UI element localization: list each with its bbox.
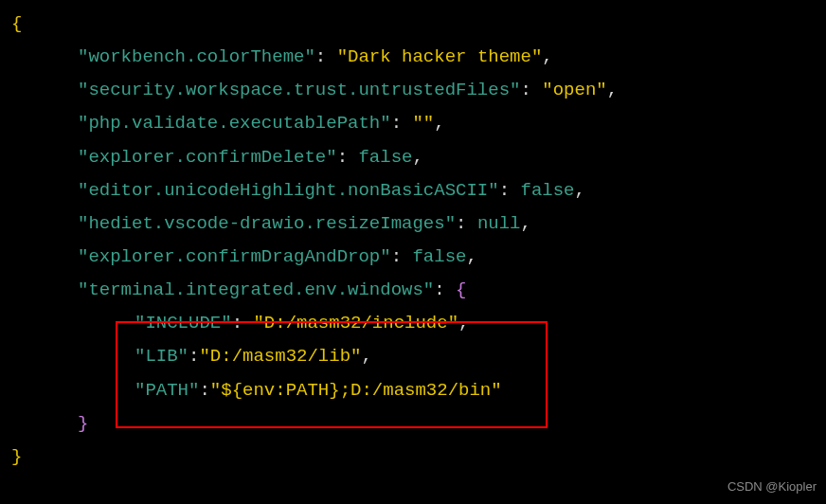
colon: : — [232, 313, 254, 333]
code-line: "security.workspace.trust.untrustedFiles… — [11, 74, 815, 107]
code-block: {"workbench.colorTheme": "Dark hacker th… — [0, 0, 826, 481]
colon: : — [499, 180, 521, 201]
json-value: "${env:PATH};D:/masm32/bin" — [210, 380, 502, 401]
comma: , — [575, 180, 585, 201]
json-key: "INCLUDE" — [135, 313, 232, 333]
code-line: "workbench.colorTheme": "Dark hacker the… — [11, 41, 815, 74]
code-line: "hediet.vscode-drawio.resizeImages": nul… — [11, 207, 815, 241]
code-line: { — [11, 8, 815, 41]
code-line: "explorer.confirmDragAndDrop": false, — [11, 241, 815, 274]
comma: , — [458, 313, 469, 333]
json-key: "hediet.vscode-drawio.resizeImages" — [78, 213, 456, 234]
colon: : — [315, 46, 337, 67]
json-value: "D:/masm32/lib" — [199, 346, 361, 367]
brace-open-inner: { — [456, 279, 466, 300]
json-value: "" — [412, 113, 434, 134]
comma: , — [434, 113, 444, 134]
json-key: "editor.unicodeHighlight.nonBasicASCII" — [78, 180, 499, 201]
colon: : — [189, 346, 199, 367]
json-key: "workbench.colorTheme" — [78, 46, 315, 67]
colon: : — [456, 213, 477, 234]
colon: : — [199, 380, 209, 401]
json-value: false — [521, 180, 575, 201]
json-key: "terminal.integrated.env.windows" — [78, 279, 434, 300]
json-key: "security.workspace.trust.untrustedFiles… — [78, 80, 520, 100]
colon: : — [434, 279, 456, 300]
code-line: "PATH":"${env:PATH};D:/masm32/bin" — [11, 374, 815, 407]
comma: , — [542, 46, 552, 67]
json-value: "open" — [542, 80, 606, 100]
code-line: "explorer.confirmDelete": false, — [11, 141, 815, 174]
code-line: } — [11, 441, 815, 474]
json-value: null — [477, 213, 521, 234]
json-value: "Dark hacker theme" — [337, 46, 543, 67]
brace-open: { — [11, 13, 22, 34]
brace-close-inner: } — [78, 413, 88, 434]
json-key: "php.validate.executablePath" — [78, 113, 391, 134]
comma: , — [521, 213, 531, 234]
comma: , — [607, 80, 618, 100]
brace-close: } — [11, 446, 22, 467]
watermark: CSDN @Kiopler — [727, 476, 817, 498]
code-line: "editor.unicodeHighlight.nonBasicASCII":… — [11, 174, 815, 207]
json-key: "LIB" — [135, 346, 189, 367]
colon: : — [391, 113, 413, 134]
comma: , — [361, 346, 371, 367]
comma: , — [466, 246, 476, 267]
json-key: "PATH" — [135, 380, 199, 401]
json-value: "D:/masm32/include" — [253, 313, 458, 333]
colon: : — [337, 147, 359, 168]
colon: : — [520, 80, 542, 100]
json-key: "explorer.confirmDelete" — [78, 147, 337, 168]
code-line: "INCLUDE": "D:/masm32/include", — [11, 307, 815, 340]
code-line: "LIB":"D:/masm32/lib", — [11, 340, 815, 373]
comma: , — [412, 147, 422, 168]
colon: : — [391, 246, 413, 267]
json-key: "explorer.confirmDragAndDrop" — [78, 246, 391, 267]
code-line: "php.validate.executablePath": "", — [11, 107, 815, 140]
code-line: } — [11, 407, 815, 441]
code-line: "terminal.integrated.env.windows": { — [11, 274, 815, 307]
json-value: false — [412, 246, 466, 267]
json-value: false — [358, 147, 412, 168]
